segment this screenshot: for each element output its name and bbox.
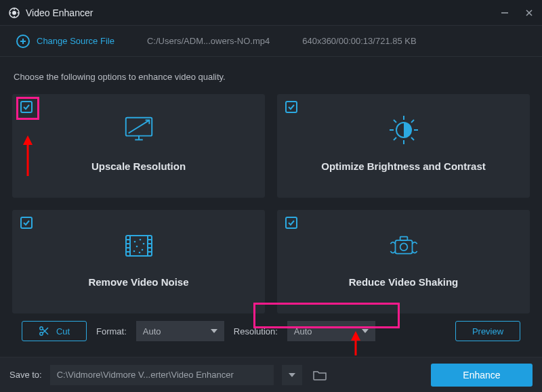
svg-point-40 — [133, 251, 135, 253]
svg-line-12 — [128, 121, 149, 133]
svg-line-21 — [411, 137, 414, 140]
svg-point-5 — [10, 12, 12, 14]
save-path-field[interactable]: C:\Vidmore\Vidmore V...erter\Video Enhan… — [50, 365, 274, 385]
svg-point-46 — [40, 332, 43, 335]
minimize-button[interactable] — [500, 8, 509, 18]
format-value: Auto — [143, 326, 161, 336]
card-label: Upscale Resolution — [91, 160, 186, 172]
svg-marker-51 — [289, 373, 295, 377]
annotation-arrow-resolution — [349, 331, 362, 355]
option-grid: Upscale Resolution — [12, 94, 530, 313]
chevron-down-icon — [362, 329, 369, 333]
title-bar: Video Enhancer — [0, 0, 542, 26]
close-button[interactable] — [524, 8, 534, 18]
preview-label: Preview — [472, 326, 503, 336]
svg-line-22 — [411, 120, 414, 123]
card-upscale-resolution[interactable]: Upscale Resolution — [12, 94, 265, 198]
card-label: Remove Video Noise — [88, 276, 188, 288]
controls-row: Cut Format: Auto Resolution: Auto Previe… — [12, 313, 530, 349]
checkbox-shaking[interactable] — [285, 217, 299, 230]
svg-point-1 — [12, 11, 16, 15]
svg-point-3 — [18, 12, 19, 14]
cut-label: Cut — [56, 326, 70, 336]
svg-point-45 — [40, 327, 43, 330]
checkbox-noise[interactable] — [20, 217, 34, 230]
scissors-icon — [39, 326, 49, 336]
save-path-dropdown[interactable] — [282, 365, 302, 385]
svg-point-35 — [133, 241, 136, 243]
card-label: Optimize Brightness and Contrast — [321, 160, 486, 172]
film-noise-icon — [122, 229, 156, 263]
svg-marker-55 — [351, 331, 360, 341]
window-controls — [500, 8, 534, 18]
card-remove-noise[interactable]: Remove Video Noise — [12, 210, 265, 313]
source-path: C:/Users/ADM...owers-NO.mp4 — [147, 36, 270, 46]
svg-point-4 — [14, 16, 15, 17]
resolution-value: Auto — [294, 326, 312, 336]
open-folder-button[interactable] — [310, 366, 329, 385]
enhance-label: Enhance — [463, 370, 500, 380]
change-source-button[interactable]: Change Source File — [16, 35, 114, 48]
svg-marker-49 — [211, 329, 217, 333]
chevron-down-icon — [211, 329, 217, 333]
annotation-arrow-checkbox — [21, 135, 35, 176]
app-title: Video Enhancer — [26, 7, 93, 18]
svg-point-41 — [138, 252, 140, 254]
source-bar: Change Source File C:/Users/ADM...owers-… — [0, 26, 542, 57]
card-brightness-contrast[interactable]: Optimize Brightness and Contrast — [277, 94, 530, 198]
svg-point-37 — [142, 243, 144, 245]
brightness-icon — [387, 113, 421, 147]
svg-line-23 — [394, 137, 396, 140]
camera-shake-icon — [387, 229, 421, 263]
svg-marker-53 — [23, 135, 33, 145]
save-to-label: Save to: — [9, 370, 42, 380]
app-logo-icon — [8, 7, 20, 19]
svg-point-39 — [141, 249, 143, 251]
svg-point-36 — [139, 239, 141, 241]
resolution-label: Resolution: — [234, 326, 278, 336]
main-panel: Choose the following options to enhance … — [0, 57, 542, 357]
card-reduce-shaking[interactable]: Reduce Video Shaking — [277, 210, 530, 313]
preview-button[interactable]: Preview — [455, 321, 520, 341]
source-meta: 640x360/00:00:13/721.85 KB — [302, 36, 416, 46]
monitor-upscale-icon — [122, 113, 156, 147]
instruction-text: Choose the following options to enhance … — [14, 72, 530, 82]
format-label: Format: — [96, 326, 127, 336]
svg-point-38 — [136, 246, 138, 248]
cut-button[interactable]: Cut — [22, 321, 87, 341]
checkbox-upscale[interactable] — [20, 101, 34, 114]
enhance-button[interactable]: Enhance — [431, 364, 533, 387]
change-source-label: Change Source File — [37, 36, 114, 46]
plus-circle-icon — [16, 35, 30, 48]
svg-point-44 — [400, 243, 407, 251]
svg-line-20 — [394, 120, 396, 123]
format-dropdown[interactable]: Auto — [136, 321, 224, 341]
checkbox-brightness[interactable] — [285, 101, 299, 114]
footer-bar: Save to: C:\Vidmore\Vidmore V...erter\Vi… — [0, 357, 542, 392]
svg-rect-43 — [400, 237, 407, 240]
svg-rect-42 — [395, 240, 412, 254]
svg-marker-50 — [362, 329, 369, 333]
svg-point-2 — [14, 8, 15, 9]
save-path-value: C:\Vidmore\Vidmore V...erter\Video Enhan… — [57, 370, 234, 380]
card-label: Reduce Video Shaking — [349, 276, 458, 288]
